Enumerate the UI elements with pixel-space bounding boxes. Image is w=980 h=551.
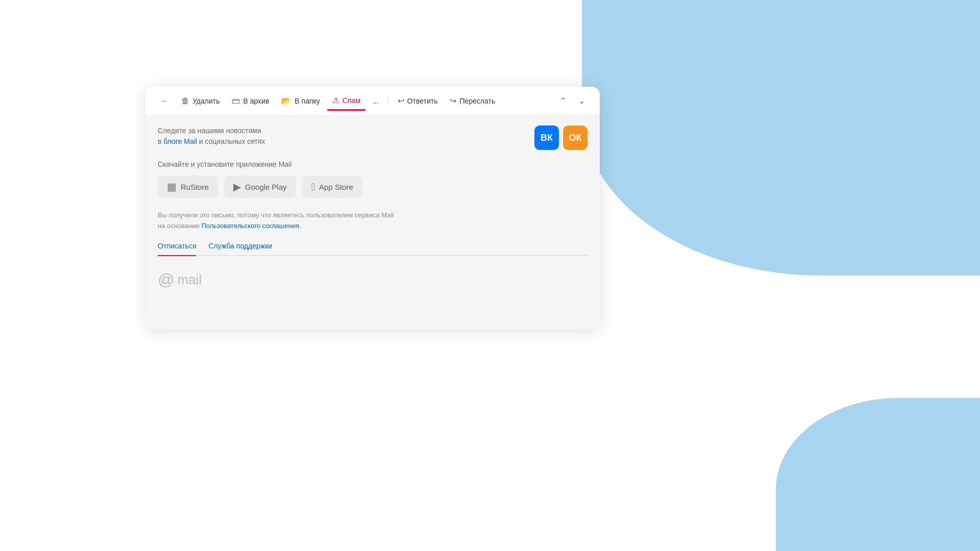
folder-button[interactable]: 📂 В папку xyxy=(276,92,325,110)
download-text-label: Скачайте и установите приложение Mail xyxy=(158,160,291,168)
email-content: Следите за нашими новостями в блоге Mail… xyxy=(145,115,600,330)
back-button[interactable]: ← xyxy=(156,92,174,110)
blog-link[interactable]: блоге Mail xyxy=(163,137,197,145)
more-button[interactable]: ... xyxy=(368,93,384,109)
vk-label: ВК xyxy=(541,133,553,143)
google-play-button[interactable]: ▶ Google Play xyxy=(224,176,296,198)
follow-text-line1: Следите за нашими новостями xyxy=(158,127,261,135)
mail-logo-text: mail xyxy=(177,272,202,288)
legal-text-prefix: на основании xyxy=(158,222,201,230)
spam-tab-wrapper: ⚠ Спам xyxy=(327,91,365,110)
follow-text: Следите за нашими новостями в блоге Mail… xyxy=(158,126,265,147)
back-icon: ← xyxy=(161,96,169,106)
legal-dot: . xyxy=(299,222,301,230)
social-section: Следите за нашими новостями в блоге Mail… xyxy=(158,126,587,150)
forward-button[interactable]: ↪ Переслать xyxy=(445,92,500,110)
forward-icon: ↪ xyxy=(450,96,456,106)
email-toolbar: ← 🗑 Удалить 🗃 В архив 📂 В папку ⚠ Спам .… xyxy=(145,87,600,115)
download-text: Скачайте и установите приложение Mail xyxy=(158,160,587,168)
email-card: ← 🗑 Удалить 🗃 В архив 📂 В папку ⚠ Спам .… xyxy=(145,87,600,330)
delete-label: Удалить xyxy=(192,97,219,105)
more-label: ... xyxy=(373,97,379,105)
app-store-icon:  xyxy=(311,181,315,193)
vk-button[interactable]: ВК xyxy=(534,126,559,150)
bg-shape-bottom xyxy=(776,398,980,551)
support-link[interactable]: Служба поддержки xyxy=(208,242,272,255)
delete-button[interactable]: 🗑 Удалить xyxy=(176,92,225,110)
app-store-label: App Store xyxy=(319,183,353,191)
store-buttons: ▦ RuStore ▶ Google Play  App Store xyxy=(158,176,587,198)
agreement-link[interactable]: Пользовательского соглашения xyxy=(201,222,299,230)
trash-icon: 🗑 xyxy=(181,96,189,106)
reply-label: Ответить xyxy=(407,97,438,105)
ok-label: ОК xyxy=(569,133,582,143)
reply-button[interactable]: ↩ Ответить xyxy=(393,92,443,110)
legal-text-line1: Вы получили это письмо, потому что являе… xyxy=(158,211,394,219)
folder-label: В папку xyxy=(295,97,320,105)
social-icons: ВК ОК xyxy=(534,126,587,150)
mail-logo: @ mail xyxy=(158,270,587,289)
prev-email-button[interactable]: ⌃ xyxy=(555,93,571,109)
follow-suffix: и социальных сетях xyxy=(197,137,265,145)
nav-buttons: ⌃ ⌄ xyxy=(555,93,590,109)
archive-icon: 🗃 xyxy=(232,96,240,106)
rustore-icon: ▦ xyxy=(167,181,177,193)
reply-icon: ↩ xyxy=(398,96,404,106)
legal-text: Вы получили это письмо, потому что являе… xyxy=(158,210,587,232)
forward-label: Переслать xyxy=(459,97,495,105)
google-play-icon: ▶ xyxy=(233,181,241,193)
follow-prefix: в xyxy=(158,137,163,145)
spam-icon: ⚠ xyxy=(332,95,339,105)
spam-button[interactable]: ⚠ Спам xyxy=(327,91,365,110)
unsubscribe-link[interactable]: Отписаться xyxy=(158,242,196,256)
app-store-button[interactable]:  App Store xyxy=(302,176,362,198)
rustore-label: RuStore xyxy=(181,183,209,191)
rustore-button[interactable]: ▦ RuStore xyxy=(158,176,218,198)
toolbar-separator xyxy=(388,96,388,106)
archive-button[interactable]: 🗃 В архив xyxy=(227,92,274,110)
spam-label: Спам xyxy=(342,96,360,105)
folder-icon: 📂 xyxy=(281,96,291,106)
bg-shape-top xyxy=(582,0,980,276)
archive-label: В архив xyxy=(243,97,269,105)
mail-at-symbol: @ xyxy=(158,270,174,289)
spam-underline xyxy=(327,110,365,111)
next-email-button[interactable]: ⌄ xyxy=(573,93,590,109)
action-links: Отписаться Служба поддержки xyxy=(158,242,587,256)
google-play-label: Google Play xyxy=(245,183,287,191)
ok-button[interactable]: ОК xyxy=(563,126,587,150)
